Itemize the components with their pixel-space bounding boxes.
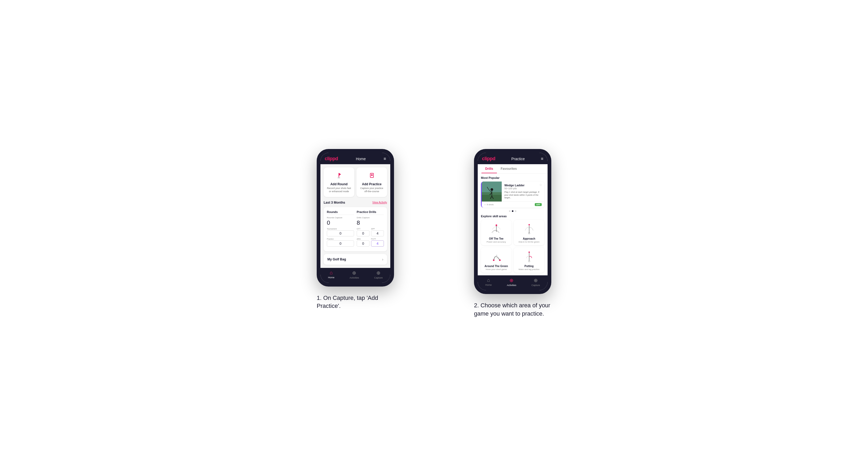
practice-header-title: Practice — [511, 157, 525, 161]
around-the-green-visual — [490, 250, 503, 263]
favourites-tab[interactable]: Favourites — [497, 164, 521, 173]
caption-1-text: On Capture, tap 'Add Practice'. — [317, 294, 378, 309]
nav-capture-2[interactable]: ⊕ Capture — [532, 278, 540, 286]
arg-value: 0 — [357, 241, 370, 247]
tournament-label: Tournament — [327, 228, 354, 230]
drills-capture-label: Drills Capture — [357, 216, 384, 219]
featured-top: Wedge Ladder 50–100 yds Play 1 shot at e… — [482, 182, 545, 201]
putting-name: Putting — [524, 265, 533, 268]
featured-card[interactable]: Wedge Ladder 50–100 yds Play 1 shot at e… — [481, 182, 545, 208]
action-cards: Add Round Record your shots fast or enha… — [323, 167, 387, 197]
view-activity-link[interactable]: View Activity — [372, 201, 387, 204]
dots-indicator — [481, 210, 545, 212]
capture-icon-2: ⊕ — [534, 278, 538, 283]
activities-label-2: Activities — [507, 284, 516, 286]
approach-name: Approach — [523, 237, 535, 240]
capture-label-2: Capture — [532, 284, 540, 286]
phone-1-screen: clippd Home ≡ — [320, 153, 390, 283]
svg-rect-0 — [339, 173, 339, 177]
add-practice-desc: Capture your practice off-the-course — [359, 187, 384, 193]
last-3-months-label: Last 3 Months — [323, 201, 345, 205]
featured-footer: ○ 9 shots APP — [482, 201, 545, 208]
chevron-right-icon: › — [382, 257, 383, 261]
app-badge: APP — [535, 203, 542, 206]
explore-title: Explore skill areas — [481, 215, 545, 218]
clippd-logo-1: clippd — [325, 156, 338, 161]
golf-bag-label: My Golf Bag — [328, 257, 346, 261]
nav-home-2[interactable]: ⌂ Home — [485, 278, 492, 286]
app-content-1: Add Round Record your shots fast or enha… — [320, 164, 390, 268]
home-label-1: Home — [328, 276, 334, 279]
hamburger-icon-1[interactable]: ≡ — [383, 156, 386, 161]
nav-home-1[interactable]: ⌂ Home — [328, 270, 334, 279]
capture-label-1: Capture — [374, 276, 383, 279]
clock-icon: ○ — [485, 204, 486, 206]
add-round-icon — [334, 171, 344, 181]
nav-activities-2[interactable]: ⊕ Activities — [507, 278, 516, 286]
practice-label: Practice — [327, 238, 354, 240]
off-the-tee-visual — [490, 223, 503, 236]
ott-label: OTT — [357, 228, 370, 230]
ott-value: 0 — [357, 230, 370, 237]
caption-2: 2. Choose which area of your game you wa… — [474, 302, 551, 318]
star-icon[interactable]: ☆ — [539, 183, 542, 187]
featured-yds: 50–100 yds — [504, 187, 542, 190]
clippd-logo-2: clippd — [482, 156, 495, 161]
nav-activities-1[interactable]: ⊕ Activities — [349, 270, 359, 279]
app-value: 4 — [371, 230, 384, 237]
featured-title: Wedge Ladder — [504, 184, 542, 187]
caption-1: 1. On Capture, tap 'Add Practice'. — [317, 294, 394, 311]
skill-card-putting[interactable]: Putting Make and lag practice — [514, 247, 545, 273]
activities-icon-1: ⊕ — [352, 270, 356, 276]
nav-capture-1[interactable]: ⊕ Capture — [374, 270, 383, 279]
drills-sub-stats-row1: OTT 0 APP 4 — [357, 228, 384, 237]
stats-row: Rounds Rounds Capture 0 Tournament 0 — [327, 210, 384, 248]
home-icon-1: ⌂ — [330, 270, 333, 276]
rounds-total: 0 — [327, 219, 354, 226]
svg-point-19 — [496, 255, 497, 256]
phone-2-frame: clippd Practice ≡ Drills Favourites Most… — [474, 149, 551, 294]
rounds-label: Rounds — [327, 210, 354, 215]
tournament-stat: Tournament 0 — [327, 228, 354, 237]
rounds-col: Rounds Rounds Capture 0 Tournament 0 — [327, 210, 354, 248]
home-icon-2: ⌂ — [487, 278, 490, 283]
stats-card: Rounds Rounds Capture 0 Tournament 0 — [323, 207, 387, 251]
dot-3 — [515, 210, 516, 212]
bottom-nav-1: ⌂ Home ⊕ Activities ⊕ Capture — [320, 268, 390, 283]
approach-visual — [523, 223, 536, 236]
putt-stat: PUTT 4 — [371, 238, 384, 247]
arg-label: ARG — [357, 238, 370, 240]
ott-stat: OTT 0 — [357, 228, 370, 237]
shots-info: ○ 9 shots — [485, 204, 494, 206]
skill-card-around-the-green[interactable]: Around The Green Hone your short game — [481, 247, 512, 273]
capture-icon-1: ⊕ — [376, 270, 380, 276]
caption-1-number: 1. — [317, 294, 321, 301]
add-round-desc: Record your shots fast or enhanced mode — [326, 187, 352, 193]
svg-point-13 — [496, 224, 497, 226]
caption-2-text: Choose which area of your game you want … — [474, 302, 550, 317]
add-round-card[interactable]: Add Round Record your shots fast or enha… — [323, 167, 354, 197]
activities-icon-2: ⊕ — [509, 278, 514, 283]
featured-image — [482, 182, 502, 201]
tabs-bar: Drills Favourites — [478, 164, 548, 174]
off-the-tee-name: Off The Tee — [489, 237, 503, 240]
svg-point-15 — [528, 224, 530, 225]
my-golf-bag[interactable]: My Golf Bag › — [323, 254, 387, 265]
off-the-tee-desc: Power and accuracy — [487, 241, 506, 243]
around-the-green-name: Around The Green — [485, 265, 508, 268]
rounds-sub-stats: Tournament 0 — [327, 228, 354, 237]
add-practice-card[interactable]: Add Practice Capture your practice off-t… — [356, 167, 387, 197]
phone-2-screen: clippd Practice ≡ Drills Favourites Most… — [478, 153, 548, 290]
drills-tab[interactable]: Drills — [482, 164, 497, 173]
skill-card-approach[interactable]: Approach Dial-in to hit the green — [514, 220, 545, 245]
arg-stat: ARG 0 — [357, 238, 370, 247]
skill-card-off-the-tee[interactable]: Off The Tee Power and accuracy — [481, 220, 512, 245]
activities-label-1: Activities — [349, 276, 359, 279]
practice-scroll: Most Popular — [478, 174, 548, 275]
hamburger-icon-2[interactable]: ≡ — [541, 156, 543, 161]
svg-point-3 — [371, 174, 373, 176]
most-popular-title: Most Popular — [481, 176, 545, 179]
drills-sub-stats-row2: ARG 0 PUTT 4 — [357, 238, 384, 247]
putt-label: PUTT — [371, 238, 384, 240]
app-header-1: clippd Home ≡ — [320, 153, 390, 164]
